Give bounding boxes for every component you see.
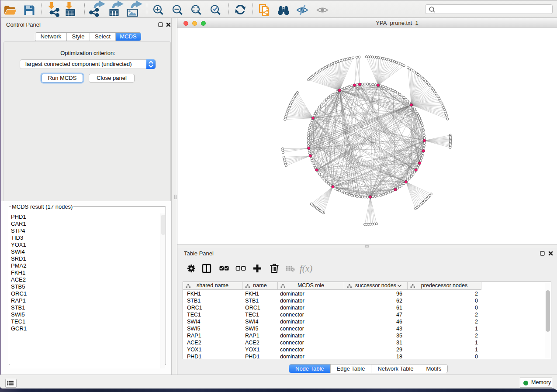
- svg-text:f(x): f(x): [300, 263, 312, 274]
